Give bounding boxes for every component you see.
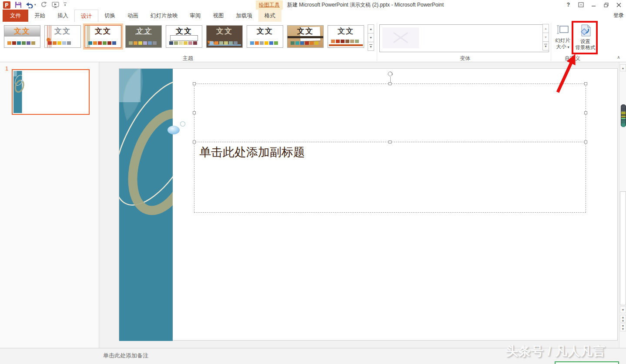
variant-thumbnail[interactable] (382, 27, 419, 48)
ribbon-display-options-button[interactable] (575, 0, 587, 10)
rotation-handle[interactable] (387, 71, 393, 77)
notes-placeholder[interactable]: 单击此处添加备注 (103, 352, 148, 360)
tab-format-context[interactable]: 格式 (258, 10, 281, 22)
theme-color-swatches (210, 41, 238, 45)
green-highlight-box (555, 361, 619, 364)
resize-handle[interactable] (193, 82, 196, 85)
theme-thumbnail-3[interactable]: 文文 (85, 25, 121, 48)
scrollbar-thumb[interactable] (620, 191, 626, 305)
slide-theme-graphics (119, 69, 189, 341)
slide-editing-area: 单击此处添加副标题 (100, 62, 619, 348)
theme-color-swatches (250, 41, 278, 45)
close-button[interactable] (613, 0, 625, 10)
group-separator (377, 23, 377, 61)
resize-handle[interactable] (388, 82, 392, 85)
window-title: 新建 Microsoft PowerPoint 演示文稿 (2).pptx - … (287, 0, 444, 10)
theme-thumbnail-8[interactable]: 文文 (287, 25, 324, 48)
theme-color-swatches (88, 41, 116, 45)
tab-file[interactable]: 文件 (3, 10, 28, 22)
scroll-up-button[interactable]: ▲ (620, 64, 626, 71)
minimize-button[interactable] (587, 0, 600, 10)
theme-color-swatches (129, 41, 157, 45)
undo-dropdown-icon[interactable]: ▾ (34, 3, 36, 7)
slide-size-icon (556, 24, 569, 36)
theme-label: 文文 (207, 26, 242, 36)
theme-thumbnail-9[interactable]: 文文 (328, 25, 364, 48)
subtitle-placeholder[interactable]: 单击此处添加副标题 (194, 142, 586, 213)
tab-8[interactable]: 视图 (207, 10, 230, 22)
slide-thumbnail-1[interactable] (12, 69, 90, 115)
help-button[interactable]: ? (562, 0, 575, 10)
quick-access-toolbar: ▾ ▾ (3, 1, 67, 9)
sign-in-link[interactable]: 登录 (613, 12, 624, 19)
powerpoint-icon (3, 1, 10, 9)
watermark: 头条号 / 凡人凡言 (506, 343, 606, 360)
drawing-tools-context-header: 绘图工具 (256, 0, 283, 10)
save-button[interactable] (15, 1, 22, 9)
tab-4[interactable]: 切换 (98, 10, 121, 22)
variants-scroll-down-icon[interactable]: ▼ (542, 33, 549, 42)
overlay-indicator-widget (621, 104, 626, 127)
resize-handle[interactable] (584, 111, 587, 114)
tab-7[interactable]: 审阅 (184, 10, 207, 22)
tab-9[interactable]: 加载项 (230, 10, 259, 22)
theme-label: 文文 (288, 26, 323, 36)
restore-button[interactable] (600, 0, 613, 10)
themes-scroll-up-icon[interactable]: ▲ (368, 24, 374, 33)
ribbon-tabs: 开始插入设计切换动画幻灯片放映审阅视图加载项 (28, 10, 258, 22)
themes-gallery: 文文文文文文文文文文文文文文文文文文 (4, 25, 364, 48)
theme-thumbnail-1[interactable]: 文文 (4, 25, 40, 48)
theme-color-swatches (169, 41, 197, 45)
tab-3[interactable]: 设计 (74, 10, 98, 22)
tab-1[interactable]: 开始 (28, 10, 51, 22)
themes-scroll-down-icon[interactable]: ▼ (368, 33, 374, 42)
next-slide-button[interactable]: ▼▼ (620, 324, 626, 331)
start-slideshow-button[interactable] (52, 1, 59, 9)
variants-group-label: 变体 (460, 55, 470, 62)
title-bar: ▾ ▾ 绘图工具 新建 Microsoft PowerPoint 演示文稿 (2… (0, 0, 626, 10)
title-placeholder[interactable] (194, 83, 586, 142)
theme-label: 文文 (85, 26, 121, 36)
red-highlight-box (572, 21, 598, 54)
resize-handle[interactable] (584, 140, 587, 144)
resize-handle[interactable] (584, 82, 587, 85)
theme-label: 文文 (4, 26, 40, 36)
tab-2[interactable]: 插入 (51, 10, 74, 22)
theme-color-swatches (7, 41, 35, 45)
red-arrow-annotation (551, 53, 581, 97)
slide-thumbnail-art (13, 71, 88, 113)
resize-handle[interactable] (388, 140, 392, 144)
theme-label: 文文 (328, 26, 364, 36)
theme-label: 文文 (126, 26, 161, 36)
theme-color-swatches (291, 41, 318, 45)
variants-scroll-up-icon[interactable]: ▲ (542, 24, 549, 33)
window-controls: ? (562, 0, 625, 10)
theme-thumbnail-2[interactable]: 文文 (44, 25, 81, 48)
variants-more-icon[interactable]: ▼ (542, 41, 549, 50)
slide-size-label: 幻灯片 (555, 37, 570, 43)
variants-gallery-scroll: ▲ ▼ ▼ (542, 24, 549, 50)
redo-button[interactable] (40, 1, 47, 9)
themes-more-icon[interactable]: ▼ (368, 42, 374, 51)
theme-thumbnail-4[interactable]: 文文 (125, 25, 162, 48)
resize-handle[interactable] (193, 140, 196, 144)
ribbon-tab-row: 文件 开始插入设计切换动画幻灯片放映审阅视图加载项 格式 (0, 10, 626, 22)
theme-label: 文文 (166, 26, 202, 36)
slide-number: 1 (5, 65, 8, 72)
theme-thumbnail-5[interactable]: 文文 (166, 25, 202, 48)
slide-size-button[interactable]: 幻灯片 大小 ▾ (552, 24, 573, 55)
theme-label: 文文 (247, 26, 283, 36)
undo-button[interactable]: ▾ (26, 1, 36, 9)
scroll-down-button[interactable]: ▼ (620, 306, 626, 313)
collapse-ribbon-button[interactable]: ∧ (614, 55, 623, 62)
themes-group-label: 主题 (183, 55, 193, 62)
previous-slide-button[interactable]: ▲▲ (620, 315, 626, 323)
theme-thumbnail-7[interactable]: 文文 (247, 25, 283, 48)
resize-handle[interactable] (193, 111, 196, 114)
slide[interactable]: 单击此处添加副标题 (119, 68, 618, 341)
tab-6[interactable]: 幻灯片放映 (144, 10, 184, 22)
theme-thumbnail-6[interactable]: 文文 (206, 25, 243, 48)
customize-qat-button[interactable]: ▾ (64, 1, 67, 9)
tab-5[interactable]: 动画 (121, 10, 144, 22)
theme-label: 文文 (45, 26, 80, 36)
